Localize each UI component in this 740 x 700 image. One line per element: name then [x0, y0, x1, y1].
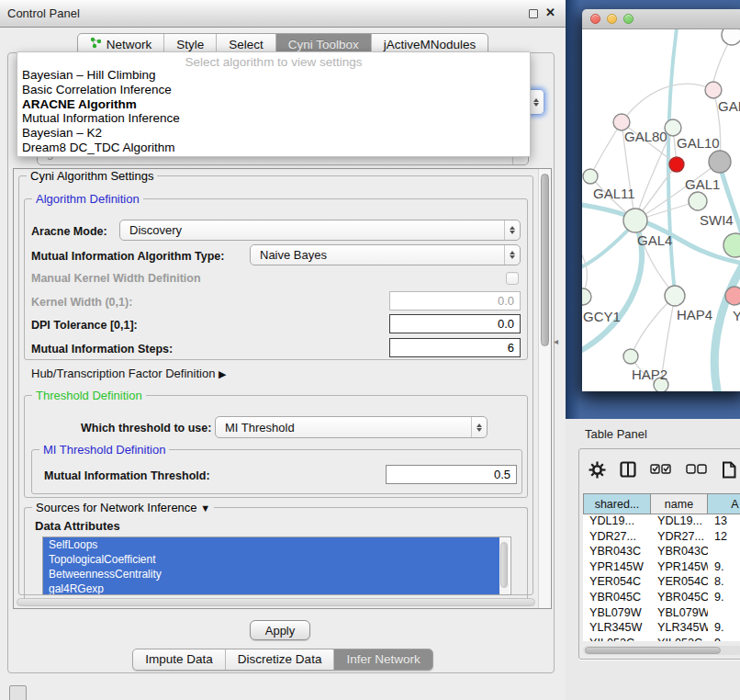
network-node[interactable]: [623, 209, 647, 232]
network-node[interactable]: [583, 169, 598, 184]
scrollbar-thumb[interactable]: [500, 542, 508, 588]
network-node[interactable]: [669, 157, 684, 172]
float-panel-icon[interactable]: [529, 9, 538, 18]
gear-icon[interactable]: [589, 461, 606, 479]
split-view-icon[interactable]: [620, 461, 636, 478]
attribute-item-gal4rgexp[interactable]: gal4RGexp: [43, 581, 499, 595]
table-cell: YIL052C: [651, 637, 708, 641]
dpi-tolerance-field[interactable]: 0.0: [389, 314, 521, 333]
network-node[interactable]: [723, 233, 740, 257]
checked-columns-icon[interactable]: [650, 464, 672, 475]
unchecked-columns-icon[interactable]: [686, 464, 708, 475]
table-toolbar: [589, 457, 736, 482]
minimize-traffic-light[interactable]: [607, 14, 617, 24]
manual-kernel-checkbox[interactable]: [506, 272, 519, 285]
subtab-infer-network[interactable]: Infer Network: [334, 649, 432, 670]
horizontal-scrollbar[interactable]: [17, 598, 535, 606]
collapsed-panel-icon[interactable]: [9, 685, 27, 700]
combo-stepper-icon[interactable]: [504, 220, 520, 240]
vertical-scrollbar[interactable]: [538, 169, 551, 608]
close-icon[interactable]: ✕: [545, 6, 555, 19]
table-row[interactable]: YLR345WYLR345W9.: [583, 621, 740, 637]
column-header-name[interactable]: name: [651, 493, 708, 514]
control-panel-title: Control Panel: [7, 6, 80, 20]
close-traffic-light[interactable]: [590, 14, 600, 24]
mi-type-combo[interactable]: Naive Bayes: [250, 244, 521, 265]
kernel-width-field[interactable]: 0.0: [389, 291, 521, 310]
algorithm-option-bayesian-hill-climbing[interactable]: Bayesian – Hill Climbing: [17, 68, 530, 83]
table-row[interactable]: YPR145WYPR145W9.: [583, 560, 740, 576]
file-icon[interactable]: [722, 461, 736, 479]
combo-stepper-icon[interactable]: [471, 417, 487, 437]
which-threshold-combo[interactable]: MI Threshold: [215, 416, 488, 438]
scrollbar-thumb[interactable]: [541, 174, 549, 346]
combo-stepper-icon[interactable]: [504, 245, 520, 265]
tab-label: Infer Network: [346, 652, 420, 666]
node-label-gcy1: GCY1: [583, 309, 621, 324]
list-scrollbar[interactable]: [499, 538, 510, 595]
network-view-window[interactable]: GALGAL80GAL10GAL1GAL11SWI4GAL4GCY1HAP4YH…: [582, 9, 740, 391]
algorithm-option-aracne-algorithm[interactable]: ARACNE Algorithm: [17, 97, 530, 112]
network-node[interactable]: [665, 286, 685, 306]
table-row[interactable]: YDR27...YDR27...12: [583, 530, 740, 546]
subtab-discretize-data[interactable]: Discretize Data: [226, 649, 335, 670]
algorithm-option-mutual-information-inference[interactable]: Mutual Information Inference: [17, 111, 530, 126]
sash-collapse-icon[interactable]: ◂: [554, 336, 558, 346]
node-label-y: Y: [733, 308, 740, 323]
algorithm-option-basic-correlation-inference[interactable]: Basic Correlation Inference: [17, 83, 530, 97]
tab-label: Network: [107, 38, 152, 51]
table-cell: YLR345W: [651, 621, 708, 637]
table-row[interactable]: YBR045CYBR045C9.: [583, 591, 740, 606]
attribute-item-betweennesscentrality[interactable]: BetweennessCentrality: [43, 567, 499, 581]
network-canvas[interactable]: GALGAL80GAL10GAL1GAL11SWI4GAL4GCY1HAP4YH…: [582, 29, 740, 391]
network-node[interactable]: [689, 192, 707, 210]
table-row[interactable]: YIL052CYIL052C9: [583, 637, 740, 641]
table-cell: [708, 606, 740, 622]
scrollbar-thumb[interactable]: [585, 647, 721, 654]
algorithm-option-bayesian-k2[interactable]: Bayesian – K2: [17, 126, 530, 141]
subtab-impute-data[interactable]: Impute Data: [133, 649, 226, 670]
mi-threshold-field[interactable]: 0.5: [386, 465, 517, 484]
table-cell: [708, 545, 740, 560]
algorithm-dropdown-popup: Select algorithm to view settings Bayesi…: [17, 51, 531, 157]
scrollbar-thumb[interactable]: [17, 598, 535, 606]
table-row[interactable]: YBL079WYBL079W: [583, 606, 740, 622]
column-header-shared[interactable]: shared...: [583, 493, 651, 514]
network-node[interactable]: [705, 82, 722, 98]
cytoscape-workspace: Control Panel ✕ NetworkStyleSelectCyni T…: [0, 0, 740, 700]
attribute-item-selfloops[interactable]: SelfLoops: [43, 537, 499, 552]
group-title: MI Threshold Definition: [39, 443, 169, 457]
hub-definition-toggle[interactable]: Hub/Transcription Factor Definition ▶: [31, 367, 226, 380]
attribute-item-topologicalcoefficient[interactable]: TopologicalCoefficient: [43, 552, 499, 567]
table-horizontal-scrollbar[interactable]: [583, 646, 740, 655]
apply-button[interactable]: Apply: [250, 620, 310, 640]
node-table: shared...nameA YDL19...YDL19...13YDR27..…: [583, 493, 740, 641]
network-node[interactable]: [623, 349, 638, 364]
sources-toggle[interactable]: Sources for Network Inference ▼: [32, 501, 214, 514]
network-window-titlebar[interactable]: [582, 9, 740, 29]
aracne-mode-combo[interactable]: Discovery: [119, 220, 521, 241]
expand-right-icon: ▶: [219, 368, 226, 379]
tab-label: Select: [229, 38, 263, 51]
table-row[interactable]: YDL19...YDL19...13: [583, 514, 740, 530]
data-attributes-list[interactable]: SelfLoopsTopologicalCoefficientBetweenne…: [42, 536, 511, 595]
network-edge: [631, 296, 675, 356]
network-node[interactable]: [582, 288, 591, 305]
column-header-a[interactable]: A: [708, 493, 740, 514]
table-cell: YBR043C: [583, 545, 651, 560]
algorithm-option-dream8-dc-tdc-algorithm[interactable]: Dream8 DC_TDC Algorithm: [17, 141, 530, 155]
tab-label: Discretize Data: [238, 652, 322, 666]
mi-steps-field[interactable]: 6: [389, 338, 521, 357]
zoom-traffic-light[interactable]: [623, 14, 633, 24]
algorithm-dropdown-placeholder: Select algorithm to view settings: [17, 52, 530, 68]
network-node[interactable]: [725, 287, 740, 305]
table-cell: 12: [708, 530, 740, 546]
which-threshold-label: Which threshold to use:: [81, 422, 211, 435]
network-node[interactable]: [722, 29, 740, 45]
table-row[interactable]: YER054CYER054C8.: [583, 575, 740, 591]
table-row[interactable]: YBR043CYBR043C: [583, 545, 740, 560]
table-cell: YLR345W: [583, 621, 651, 637]
network-node[interactable]: [709, 151, 731, 173]
mi-threshold-label: Mutual Information Threshold:: [44, 469, 210, 482]
node-label-gal11: GAL11: [593, 186, 635, 201]
